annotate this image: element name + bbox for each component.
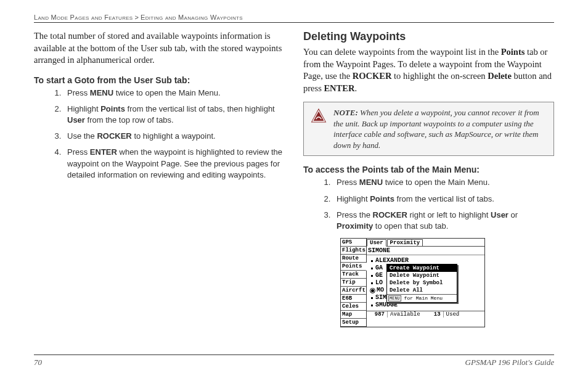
goto-steps: Press MENU twice to open the Main Menu. … xyxy=(34,88,285,181)
left-column: The total number of stored and available… xyxy=(34,30,285,327)
step-3: Use the ROCKER to highlight a waypoint. xyxy=(63,131,285,142)
context-menu: Create WaypointDelete WaypointDelete by … xyxy=(386,264,457,303)
side-tab-item: Track xyxy=(341,271,366,279)
step-4: Press ENTER when the waypoint is highlig… xyxy=(63,147,285,181)
top-tab-item: User xyxy=(367,239,386,247)
side-tabs: GPSFlightsRoutePointsTrackTripAircrftE6B… xyxy=(341,239,367,327)
side-tab-item: Points xyxy=(341,263,367,271)
main-panel: UserProximity SIMONE ALEXANDERGAGELOMOSI… xyxy=(367,239,484,327)
breadcrumb-subsection: Editing and Managing Waypoints xyxy=(141,14,243,21)
used-count: 13 xyxy=(423,311,444,318)
page-footer: 70 GPSMAP 196 Pilot's Guide xyxy=(34,354,554,367)
side-tab-item: Route xyxy=(341,255,366,263)
step-2: Highlight Points from the vertical list … xyxy=(333,194,554,205)
step-1: Press MENU twice to open the Main Menu. xyxy=(333,177,554,188)
available-label: Available xyxy=(388,311,423,318)
side-tab-item: Setup xyxy=(341,319,366,327)
step-3: Press the ROCKER right or left to highli… xyxy=(333,210,554,232)
menu-item: Delete All xyxy=(387,287,457,294)
right-column: Deleting Waypoints You can delete waypoi… xyxy=(303,30,554,327)
breadcrumb-section: Land Mode Pages and Features xyxy=(34,14,133,21)
access-steps: Press MENU twice to open the Main Menu. … xyxy=(303,177,554,232)
warning-triangle-icon xyxy=(310,107,327,125)
step-2: Highlight Points from the vertical list … xyxy=(63,104,285,126)
procedure-title-access: To access the Points tab of the Main Men… xyxy=(303,165,554,174)
used-label: Used xyxy=(444,311,462,318)
intro-paragraph: The total number of stored and available… xyxy=(34,30,285,67)
available-count: 987 xyxy=(367,311,388,318)
top-tabs: UserProximity xyxy=(367,239,484,247)
procedure-title-goto: To start a Goto from the User Sub tab: xyxy=(34,75,285,85)
side-tab-item: GPS xyxy=(341,239,366,247)
status-bar: 987 Available 13 Used xyxy=(367,311,484,318)
top-tab-item: Proximity xyxy=(387,239,423,246)
side-tab-item: Flights xyxy=(341,247,366,255)
panel-header: SIMONE xyxy=(367,247,484,255)
menu-item: Create Waypoint xyxy=(387,264,457,272)
side-tab-item: E6B xyxy=(341,295,366,303)
deleting-title: Deleting Waypoints xyxy=(303,30,554,43)
menu-item: Delete Waypoint xyxy=(387,272,457,279)
page-number: 70 xyxy=(34,358,42,367)
menu-item: Delete by Symbol xyxy=(387,279,457,287)
step-1: Press MENU twice to open the Main Menu. xyxy=(63,88,285,99)
side-tab-item: Trip xyxy=(341,279,366,287)
book-title: GPSMAP 196 Pilot's Guide xyxy=(465,358,554,367)
device-screenshot: GPSFlightsRoutePointsTrackTripAircrftE6B… xyxy=(340,238,485,327)
note-box: NOTE: When you delete a waypoint, you ca… xyxy=(303,102,554,156)
menu-hint: MENU for Main Menu xyxy=(387,295,457,302)
page-header: Land Mode Pages and Features > Editing a… xyxy=(34,14,554,23)
deleting-paragraph: You can delete waypoints from the waypoi… xyxy=(303,46,554,94)
side-tab-item: Celes xyxy=(341,303,366,311)
side-tab-item: Aircrft xyxy=(341,287,366,295)
note-text: NOTE: When you delete a waypoint, you ca… xyxy=(333,107,547,150)
side-tab-item: Map xyxy=(341,311,366,319)
